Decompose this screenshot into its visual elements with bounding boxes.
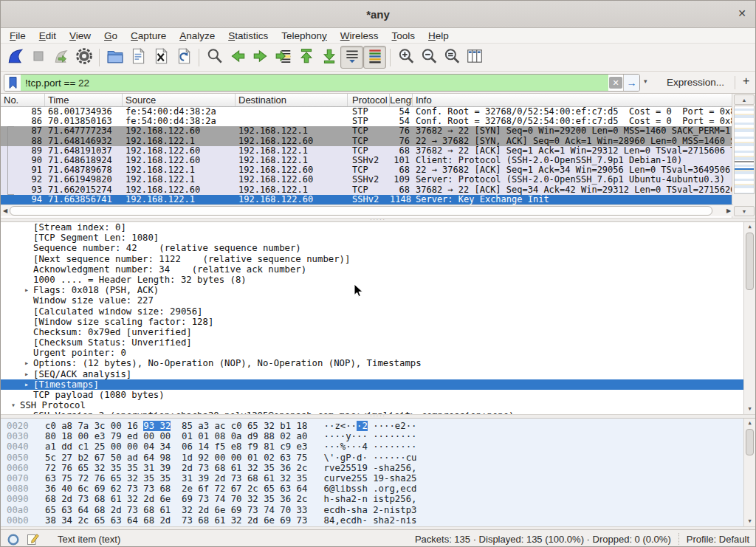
- display-filter-input[interactable]: [21, 75, 608, 91]
- go-to-packet-button[interactable]: [272, 46, 295, 69]
- go-to-top-button[interactable]: [295, 46, 317, 69]
- expander-closed-icon[interactable]: ▸: [20, 379, 33, 390]
- expert-info-icon[interactable]: [7, 532, 20, 546]
- hex-row-00a0[interactable]: 00a065 63 64 68 2d 73 68 61 32 2d 6e 69 …: [7, 505, 755, 515]
- column-header-length[interactable]: Length: [390, 94, 413, 106]
- detail-line[interactable]: ▸[SEQ/ACK analysis]: [1, 369, 755, 379]
- hex-row-0060[interactable]: 006072 76 65 32 35 35 31 39 2d 73 68 61 …: [7, 463, 755, 473]
- menu-tools[interactable]: Tools: [385, 30, 422, 42]
- menu-capture[interactable]: Capture: [124, 30, 173, 42]
- hex-row-00b0[interactable]: 00b038 34 2c 65 63 64 68 2d 73 68 61 32 …: [7, 515, 755, 526]
- scroll-down-icon[interactable]: ▼: [744, 517, 755, 526]
- scroll-right-icon[interactable]: ▶: [724, 206, 733, 216]
- go-to-bottom-button[interactable]: [317, 46, 340, 69]
- go-back-button[interactable]: [226, 46, 249, 69]
- auto-scroll-button[interactable]: [340, 46, 363, 69]
- menu-file[interactable]: File: [3, 30, 32, 42]
- hex-row-0050[interactable]: 00505c 27 b2 67 50 ad 64 98 1d 92 00 00 …: [7, 453, 755, 463]
- menu-wireless[interactable]: Wireless: [334, 30, 385, 42]
- menu-analyze[interactable]: Analyze: [173, 30, 221, 42]
- detail-line[interactable]: [Calculated window size: 29056]: [1, 306, 755, 317]
- column-header-no[interactable]: No.: [1, 94, 45, 106]
- packet-row-93[interactable]: 9371.662015274192.168.122.60192.168.122.…: [1, 185, 733, 195]
- packet-row-88[interactable]: 8871.648146932192.168.122.1192.168.122.6…: [1, 137, 733, 146]
- detail-line[interactable]: [Stream index: 0]: [1, 222, 755, 233]
- detail-line[interactable]: Acknowledgment number: 34 (relative ack …: [1, 264, 755, 275]
- column-header-time[interactable]: Time: [45, 94, 123, 106]
- hex-row-0080[interactable]: 008036 40 6c 69 62 73 73 68 2e 6f 72 67 …: [7, 484, 755, 494]
- hex-row-0030[interactable]: 003080 18 00 e3 79 ed 00 00 01 01 08 0a …: [7, 431, 755, 441]
- packet-list-vertical-scrollbar[interactable]: ▲ ▼: [732, 94, 755, 218]
- expander-closed-icon[interactable]: ▸: [20, 369, 33, 379]
- title-bar[interactable]: *any ✕: [1, 1, 755, 28]
- add-filter-button[interactable]: +: [743, 75, 749, 88]
- menu-edit[interactable]: Edit: [32, 30, 63, 42]
- capture-comment-icon[interactable]: [26, 532, 40, 546]
- detail-line[interactable]: ▾SSH Protocol: [1, 400, 755, 410]
- expander-closed-icon[interactable]: ▸: [20, 285, 33, 295]
- filter-clear-icon[interactable]: ✕: [609, 77, 622, 89]
- detail-line[interactable]: Window size value: 227: [1, 295, 755, 306]
- scroll-down-icon[interactable]: ▼: [734, 206, 755, 216]
- bytes-scroll-thumb[interactable]: [746, 429, 754, 455]
- detail-line[interactable]: [Checksum Status: Unverified]: [1, 337, 755, 348]
- expander-open-icon[interactable]: ▾: [7, 400, 20, 410]
- filter-history-dropdown-icon[interactable]: ▾: [644, 78, 647, 85]
- detail-line[interactable]: Checksum: 0x79ed [unverified]: [1, 327, 755, 337]
- detail-line[interactable]: TCP payload (1080 bytes): [1, 390, 755, 400]
- scroll-up-icon[interactable]: ▲: [744, 419, 755, 428]
- packet-row-86[interactable]: 8670.013850163fe:54:00:d4:38:2aSTP54Conf…: [1, 117, 733, 126]
- packet-row-89[interactable]: 8971.648191037192.168.122.60192.168.122.…: [1, 146, 733, 156]
- details-scroll-thumb[interactable]: [746, 233, 754, 290]
- detail-line[interactable]: [Next sequence number: 1122 (relative se…: [1, 254, 755, 264]
- detail-line[interactable]: Urgent pointer: 0: [1, 348, 755, 358]
- packet-minimap[interactable]: [734, 106, 755, 194]
- reload-file-button[interactable]: [172, 46, 195, 69]
- restart-capture-button[interactable]: [49, 46, 72, 69]
- hex-row-0070[interactable]: 007063 75 72 76 65 32 35 35 31 39 2d 73 …: [7, 473, 755, 484]
- profile-status[interactable]: Profile: Default: [687, 534, 749, 545]
- menu-help[interactable]: Help: [422, 30, 456, 42]
- details-vertical-scrollbar[interactable]: ▲ ▼: [743, 222, 755, 414]
- scroll-left-icon[interactable]: ◀: [1, 206, 10, 216]
- capture-options-button[interactable]: [72, 46, 95, 69]
- close-file-button[interactable]: [149, 46, 172, 69]
- colorize-button[interactable]: [363, 46, 386, 69]
- go-forward-button[interactable]: [249, 46, 272, 69]
- column-header-info[interactable]: Info: [413, 94, 733, 106]
- stop-capture-button[interactable]: [27, 46, 49, 69]
- column-header-protocol[interactable]: Protocol: [348, 94, 390, 106]
- scroll-down-icon[interactable]: ▼: [744, 405, 755, 414]
- resize-columns-button[interactable]: [463, 46, 486, 69]
- hex-row-0090[interactable]: 009068 2d 73 68 61 32 2d 6e 69 73 74 70 …: [7, 494, 755, 504]
- hex-row-0020[interactable]: 0020c0 a8 7a 3c 00 16 93 32 85 a3 ac c0 …: [7, 421, 755, 431]
- filter-apply-icon[interactable]: →: [623, 75, 639, 91]
- menu-telephony[interactable]: Telephony: [275, 30, 334, 42]
- find-packet-button[interactable]: [203, 46, 226, 69]
- scroll-up-icon[interactable]: ▲: [734, 94, 755, 105]
- expander-closed-icon[interactable]: ▸: [20, 358, 33, 368]
- zoom-original-button[interactable]: [440, 46, 463, 69]
- packet-row-85[interactable]: 8568.001734936fe:54:00:d4:38:2aSTP54Conf…: [1, 107, 733, 117]
- zoom-in-button[interactable]: [394, 46, 417, 69]
- expression-button[interactable]: Expression...: [667, 77, 724, 88]
- detail-line[interactable]: ▸Flags: 0x018 (PSH, ACK): [1, 285, 755, 295]
- hex-dump[interactable]: 0020c0 a8 7a 3c 00 16 93 32 85 a3 ac c0 …: [7, 421, 755, 526]
- detail-line[interactable]: Sequence number: 42 (relative sequence n…: [1, 243, 755, 253]
- packet-list-header[interactable]: No.TimeSourceDestinationProtocolLengthIn…: [1, 94, 733, 107]
- save-file-button[interactable]: [126, 46, 149, 69]
- hex-row-0040[interactable]: 0040a1 dd c1 25 00 00 04 34 06 14 f5 e8 …: [7, 441, 755, 452]
- scroll-up-icon[interactable]: ▲: [744, 222, 755, 232]
- detail-line[interactable]: ▸Options: (12 bytes), No-Operation (NOP)…: [1, 358, 755, 368]
- bytes-vertical-scrollbar[interactable]: ▲ ▼: [743, 419, 755, 526]
- packet-row-87[interactable]: 8771.647777234192.168.122.60192.168.122.…: [1, 126, 733, 136]
- horizontal-scroll-thumb[interactable]: [10, 206, 712, 216]
- zoom-out-button[interactable]: [417, 46, 440, 69]
- open-file-button[interactable]: [103, 46, 126, 69]
- menu-view[interactable]: View: [63, 30, 97, 42]
- packet-row-92[interactable]: 9271.661949820192.168.122.1192.168.122.6…: [1, 175, 733, 185]
- column-header-destination[interactable]: Destination: [236, 94, 348, 106]
- menu-go[interactable]: Go: [97, 30, 124, 42]
- packet-list-horizontal-scrollbar[interactable]: ◀ ▶: [1, 204, 733, 216]
- detail-line[interactable]: ▸[Timestamps]: [1, 379, 755, 390]
